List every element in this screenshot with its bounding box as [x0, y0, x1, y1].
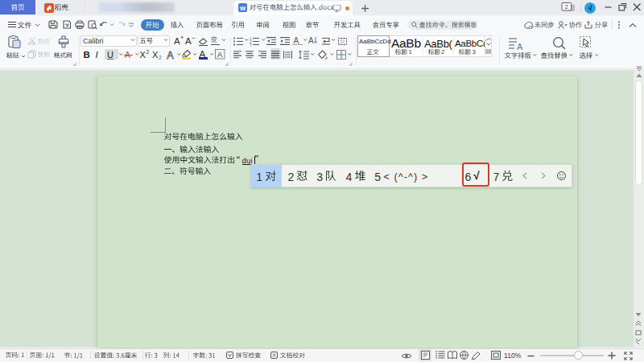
svg-text:A: A [308, 36, 314, 45]
svg-text:A: A [167, 50, 174, 60]
svg-text:2: 2 [565, 3, 568, 10]
svg-text:3: 3 [250, 43, 252, 46]
svg-text:W: W [239, 5, 246, 12]
svg-text:A: A [517, 42, 523, 51]
svg-text:A: A [217, 50, 223, 59]
